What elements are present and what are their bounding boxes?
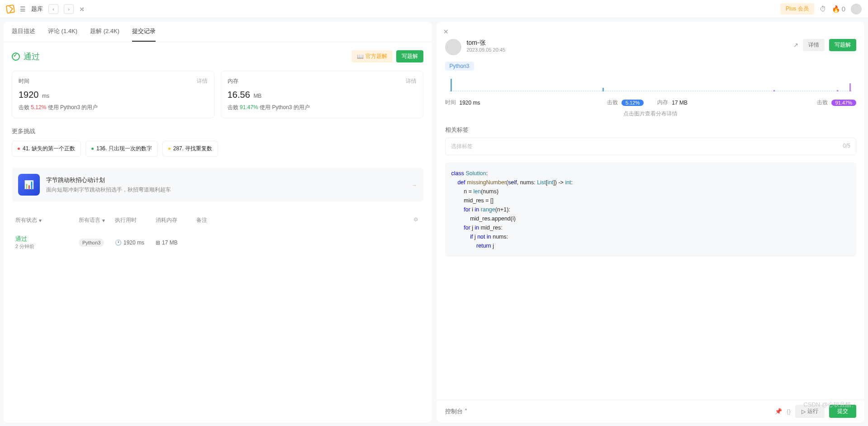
- pin-icon[interactable]: 📌: [775, 408, 782, 415]
- user-name: tom-张: [467, 39, 506, 47]
- header-status[interactable]: 所有状态 ▾: [12, 215, 75, 226]
- header-notes: 备注: [193, 215, 410, 226]
- close-icon[interactable]: ✕: [443, 28, 449, 35]
- tag-select[interactable]: 选择标签 0/5: [445, 138, 857, 155]
- challenge-chip[interactable]: 287. 寻找重复数: [162, 141, 218, 157]
- avatar[interactable]: [851, 4, 862, 14]
- more-title: 更多挑战: [12, 127, 423, 135]
- chevron-down-icon: ▾: [102, 217, 105, 224]
- chevron-right-icon: →: [411, 182, 417, 188]
- mem-detail-link[interactable]: 详情: [406, 77, 417, 85]
- memory-stat-card: 内存详情 16.56 MB 击败 91.47% 使用 Python3 的用户: [221, 71, 423, 118]
- time-stat-card: 时间详情 1920 ms 击败 5.12% 使用 Python3 的用户: [12, 71, 214, 118]
- difficulty-dot-icon: [168, 148, 171, 150]
- detail-button[interactable]: 详情: [803, 39, 825, 51]
- run-button[interactable]: ▷ 运行: [795, 405, 825, 418]
- tab-submissions[interactable]: 提交记录: [132, 22, 156, 42]
- challenge-chip[interactable]: 136. 只出现一次的数字: [85, 141, 158, 157]
- logo-icon[interactable]: [6, 4, 15, 13]
- header-memory: 消耗内存: [152, 215, 193, 226]
- chip-icon: ⊞: [156, 239, 160, 246]
- promo-card[interactable]: 📊 字节跳动秋招心动计划 面向短期冲刺字节跳动秋招选手，秋招弯道顺利超车 →: [12, 168, 423, 202]
- write-solution-button[interactable]: 写题解: [396, 50, 423, 62]
- difficulty-dot-icon: [18, 148, 20, 150]
- user-avatar[interactable]: [445, 39, 461, 55]
- dist-hint: 点击图片查看分布详情: [445, 110, 857, 118]
- share-icon[interactable]: ↗: [793, 42, 798, 48]
- tab-description[interactable]: 题目描述: [12, 22, 35, 42]
- right-footer: 控制台 ˄ 📌 {} ▷ 运行 提交: [437, 400, 865, 422]
- header-runtime: 执行用时: [111, 215, 152, 226]
- breadcrumb[interactable]: 题库: [31, 5, 43, 13]
- promo-icon: 📊: [18, 174, 40, 196]
- next-button[interactable]: ›: [64, 4, 74, 14]
- tags-label: 相关标签: [445, 126, 857, 134]
- mem-beat-badge: 91.47%: [831, 100, 856, 106]
- submit-button[interactable]: 提交: [829, 405, 856, 418]
- timer-icon[interactable]: ⏱: [820, 5, 826, 13]
- challenge-chip[interactable]: 41. 缺失的第一个正数: [12, 141, 81, 157]
- status-pass: 通过: [12, 51, 40, 62]
- prev-button[interactable]: ‹: [48, 4, 58, 14]
- difficulty-dot-icon: [91, 148, 94, 150]
- submission-date: 2023.09.05 20:45: [467, 47, 506, 53]
- right-panel: ✕ tom-张 2023.09.05 20:45 ↗ 详情 写题解 Python…: [437, 22, 865, 422]
- official-solution-button[interactable]: 📖 官方题解: [351, 50, 393, 62]
- chevron-down-icon: ▾: [39, 217, 42, 224]
- list-icon[interactable]: ☰: [20, 5, 26, 13]
- language-tag: Python3: [445, 62, 474, 71]
- distribution-chart[interactable]: [445, 78, 857, 94]
- check-icon: [12, 53, 20, 61]
- time-detail-link[interactable]: 详情: [197, 77, 208, 85]
- chevron-up-icon: ˄: [465, 408, 468, 415]
- console-toggle[interactable]: 控制台 ˄: [445, 407, 468, 416]
- fire-icon[interactable]: 🔥0: [832, 5, 845, 13]
- shuffle-icon[interactable]: ⤨: [79, 5, 85, 13]
- plus-button[interactable]: Plus 会员: [780, 3, 814, 14]
- left-panel: 题目描述 评论 (1.4K) 题解 (2.4K) 提交记录 通过 📖 官方题解 …: [4, 22, 432, 422]
- tab-solutions[interactable]: 题解 (2.4K): [90, 22, 119, 42]
- tabs: 题目描述 评论 (1.4K) 题解 (2.4K) 提交记录: [4, 22, 432, 42]
- submission-row[interactable]: 通过 2 分钟前 Python3 🕐1920 ms ⊞17 MB: [12, 230, 423, 255]
- lang-tag: Python3: [79, 239, 104, 247]
- topbar: ☰ 题库 ‹ › ⤨ Plus 会员 ⏱ 🔥0: [0, 0, 868, 18]
- clock-icon: 🕐: [115, 239, 122, 246]
- time-beat-badge: 5.12%: [621, 100, 644, 106]
- code-block[interactable]: class Solution: def missingNumber(self, …: [445, 163, 857, 257]
- bracket-icon[interactable]: {}: [787, 408, 791, 415]
- write-solution-button[interactable]: 写题解: [829, 39, 856, 51]
- header-lang[interactable]: 所有语言 ▾: [75, 215, 111, 226]
- settings-icon[interactable]: ⚙: [410, 215, 423, 226]
- tab-comments[interactable]: 评论 (1.4K): [48, 22, 77, 42]
